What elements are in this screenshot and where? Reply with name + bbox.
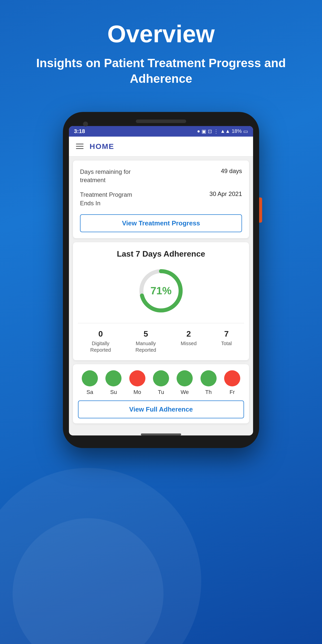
phone-top-bar — [69, 119, 253, 123]
status-icons: ● ▣ ⊡ ⋮ ▲▲ 18% ▭ — [197, 128, 248, 134]
day-dot-fr — [224, 370, 240, 386]
phone-speaker — [136, 119, 186, 123]
stat-manually-reported: 5 ManuallyReported — [135, 329, 156, 353]
phone-home-bar — [141, 433, 181, 435]
treatment-end-row: Treatment Program Ends In 30 Apr 2021 — [80, 190, 242, 207]
donut-percentage: 71% — [150, 285, 172, 297]
days-row: Sa Su Mo Tu — [78, 370, 244, 395]
view-treatment-progress-button[interactable]: View Treatment Progress — [80, 214, 242, 232]
status-bar: 3:18 ● ▣ ⊡ ⋮ ▲▲ 18% ▭ — [69, 126, 253, 137]
screen-content: Days remaining for treatment 49 days Tre… — [69, 156, 253, 427]
page-title: Overview — [10, 20, 312, 48]
stat-total: 7 Total — [221, 329, 232, 353]
battery-icon: ▭ — [243, 128, 248, 134]
view-full-adherence-button[interactable]: View Full Adherence — [78, 400, 244, 418]
day-item-fr: Fr — [224, 370, 240, 395]
day-dot-tu — [153, 370, 169, 386]
phone-shell: 3:18 ● ▣ ⊡ ⋮ ▲▲ 18% ▭ HOME — [63, 112, 259, 448]
day-dot-th — [200, 370, 217, 386]
day-item-mo: Mo — [129, 370, 145, 395]
app-bar-title: HOME — [90, 142, 114, 151]
day-item-tu: Tu — [153, 370, 169, 395]
day-item-th: Th — [200, 370, 217, 395]
adherence-card: Last 7 Days Adherence 71% — [73, 242, 249, 360]
phone-mockup: 3:18 ● ▣ ⊡ ⋮ ▲▲ 18% ▭ HOME — [63, 112, 259, 448]
page-header: Overview Insights on Patient Treatment P… — [0, 0, 322, 97]
treatment-end-label: Treatment Program Ends In — [80, 190, 135, 207]
stats-row: 0 DigitallyReported 5 ManuallyReported 2… — [78, 329, 244, 353]
signal-icon: ▲▲ — [220, 128, 230, 134]
phone-screen: 3:18 ● ▣ ⊡ ⋮ ▲▲ 18% ▭ HOME — [69, 126, 253, 435]
treatment-card: Days remaining for treatment 49 days Tre… — [73, 160, 249, 238]
day-dot-sa — [82, 370, 98, 386]
day-item-sa: Sa — [82, 370, 98, 395]
stat-digitally-reported: 0 DigitallyReported — [90, 329, 111, 353]
stat-missed: 2 Missed — [181, 329, 196, 353]
vibrate-icon: ⋮ — [214, 128, 219, 134]
page-subtitle: Insights on Patient Treatment Progress a… — [10, 55, 312, 87]
treatment-days-value: 49 days — [221, 168, 242, 175]
donut-chart: 71% — [136, 266, 186, 316]
hamburger-menu-icon[interactable] — [76, 144, 84, 149]
notification-icon: ● — [197, 128, 200, 134]
battery-text: 18% — [232, 128, 242, 134]
stats-divider — [78, 323, 244, 323]
status-time: 3:18 — [74, 128, 85, 135]
treatment-end-value: 30 Apr 2021 — [210, 190, 242, 197]
wifi-icon: ▣ — [202, 128, 206, 134]
day-dot-mo — [129, 370, 145, 386]
phone-camera — [83, 122, 88, 127]
day-item-su: Su — [105, 370, 122, 395]
day-item-we: We — [177, 370, 193, 395]
donut-chart-wrapper: 71% — [78, 266, 244, 316]
treatment-days-row: Days remaining for treatment 49 days — [80, 168, 242, 184]
day-dot-su — [105, 370, 122, 386]
app-bar: HOME — [69, 137, 253, 156]
adherence-title: Last 7 Days Adherence — [78, 249, 244, 259]
treatment-days-label: Days remaining for treatment — [80, 168, 135, 184]
picture-icon: ⊡ — [208, 128, 212, 134]
week-card: Sa Su Mo Tu — [73, 364, 249, 423]
day-dot-we — [177, 370, 193, 386]
